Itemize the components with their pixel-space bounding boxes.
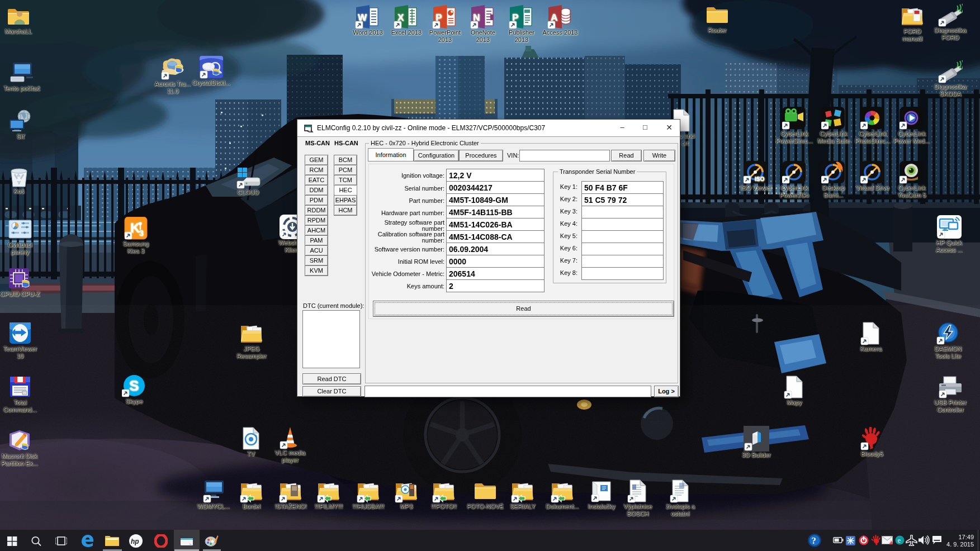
svg-text:!: ! — [891, 540, 892, 544]
svg-text:ISO: ISO — [755, 176, 764, 182]
svg-text:S: S — [129, 377, 139, 394]
svg-text:?: ? — [812, 535, 817, 546]
svg-text:e: e — [898, 536, 901, 544]
svg-text:3: 3 — [139, 229, 144, 238]
svg-text:hp: hp — [131, 538, 139, 545]
